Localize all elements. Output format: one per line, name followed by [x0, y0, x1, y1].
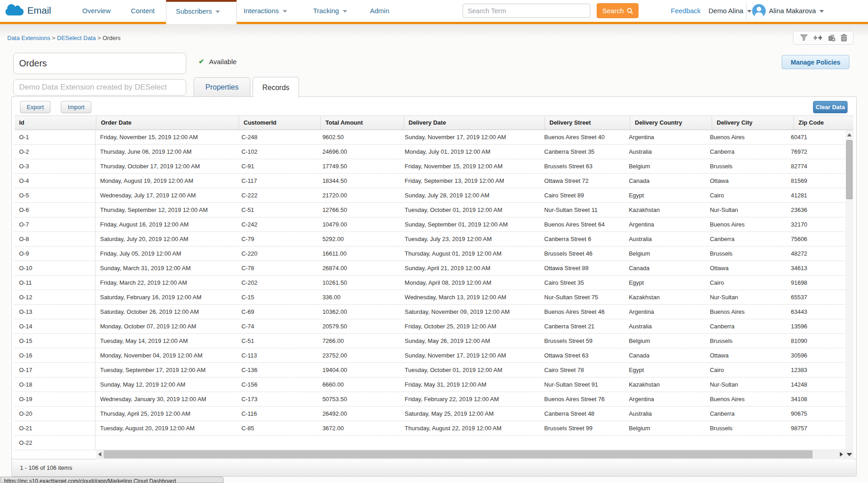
cell: O-7 — [15, 217, 95, 231]
scroll-right-icon[interactable] — [840, 452, 843, 457]
cell: Argentina — [624, 392, 705, 406]
cell: Sunday, July 28, 2019 12:00 AM — [400, 188, 540, 202]
de-name-input[interactable] — [13, 53, 186, 74]
cell: Cairo Street 35 — [540, 276, 624, 290]
breadcrumb-link-deselect-data[interactable]: DESelect Data — [57, 35, 96, 41]
tab-records[interactable]: Records — [253, 77, 299, 98]
cell: 10479.00 — [318, 217, 400, 231]
cell: C-202 — [237, 276, 318, 290]
copy-icon[interactable] — [828, 34, 836, 42]
column-header: Id — [15, 116, 96, 130]
top-nav-bar: Email Overview Content Subscribers Inter… — [0, 0, 868, 22]
cell: 19404.00 — [318, 363, 400, 377]
cell: O-20 — [15, 407, 95, 421]
cell: Buenos Aires — [705, 130, 786, 144]
nav-item-subscribers-label: Subscribers — [176, 7, 220, 15]
cell: O-1 — [15, 130, 95, 144]
table-footer: 1 - 106 of 106 items — [12, 459, 856, 476]
breadcrumb-link-data-extensions[interactable]: Data Extensions — [7, 35, 50, 41]
cell: 76972 — [786, 145, 845, 159]
cell: C-242 — [237, 217, 318, 231]
tab-properties[interactable]: Properties — [194, 77, 250, 97]
horizontal-scrollbar-thumb[interactable] — [104, 450, 813, 458]
clear-data-button[interactable]: Clear Data — [813, 101, 848, 113]
filter-icon[interactable] — [800, 34, 808, 41]
account-dropdown[interactable]: Demo Alina — [708, 7, 752, 15]
cell: Ottawa — [705, 261, 786, 275]
check-icon: ✔ — [199, 57, 205, 65]
search-input[interactable] — [463, 4, 590, 18]
nav-item-subscribers-selected[interactable]: Subscribers — [166, 0, 237, 24]
cell: 81090 — [786, 334, 845, 348]
scroll-down-icon[interactable] — [847, 453, 852, 456]
cell: 21720.00 — [318, 188, 400, 202]
export-button[interactable]: Export — [20, 101, 50, 113]
cell: 13596 — [786, 319, 845, 333]
breadcrumb: Data Extensions > DESelect Data > Orders — [7, 35, 120, 41]
import-button[interactable]: Import — [61, 101, 91, 113]
nav-item-content[interactable]: Content — [131, 7, 155, 15]
cell: Thursday, August 01, 2019 12:00 AM — [400, 247, 540, 261]
cell: Canberra — [705, 407, 786, 421]
chevron-down-icon — [747, 10, 752, 13]
avatar[interactable] — [752, 4, 766, 18]
cell: Cairo — [705, 188, 786, 202]
cell: Nur-Sultan Street 91 — [540, 377, 624, 392]
cell: Monday, August 19, 2019 12:00 AM — [95, 174, 237, 188]
nav-item-admin[interactable]: Admin — [370, 7, 389, 15]
move-icon[interactable] — [813, 35, 823, 41]
search-button[interactable]: Search — [597, 3, 639, 18]
cell: Friday, October 25, 2019 12:00 AM — [400, 319, 540, 333]
scroll-up-icon[interactable] — [847, 133, 852, 136]
cell: Tuesday, October 01, 2019 12:00 AM — [400, 203, 540, 217]
cell: Saturday, February 16, 2019 12:00 AM — [95, 290, 237, 304]
cell: C-222 — [237, 188, 318, 202]
cell: 81569 — [786, 174, 845, 188]
cell: Australia — [624, 319, 705, 333]
cell: Brussels — [705, 421, 786, 435]
cell: 32170 — [786, 217, 845, 231]
cell: Nur-Sultan — [705, 203, 786, 217]
cloud-logo-icon — [5, 8, 24, 15]
feedback-link[interactable]: Feedback — [671, 7, 701, 15]
cell: Buenos Aires Street 40 — [540, 130, 624, 144]
cell: Cairo — [705, 363, 786, 377]
scroll-left-icon[interactable] — [98, 452, 101, 457]
cell: Belgium — [624, 334, 705, 348]
user-menu[interactable]: Alina Makarova — [769, 7, 824, 15]
nav-item-interactions[interactable]: Interactions — [244, 7, 287, 15]
manage-policies-button[interactable]: Manage Policies — [782, 55, 849, 69]
vertical-scrollbar[interactable] — [845, 130, 853, 449]
cell: 20579.50 — [318, 319, 400, 333]
cell: C-117 — [237, 174, 318, 188]
cell: Egypt — [624, 276, 705, 290]
cell: Kazakhstan — [624, 203, 705, 217]
de-description-input[interactable] — [13, 79, 186, 96]
cell: 90675 — [786, 407, 845, 421]
cell: Friday, November 15, 2019 12:00 AM — [400, 159, 540, 173]
cell: O-14 — [15, 319, 95, 333]
cell: 60471 — [786, 130, 845, 144]
cell: Buenos Aires Street 76 — [540, 392, 624, 406]
nav-divider — [746, 2, 747, 20]
cell: Canberra Street 48 — [540, 407, 624, 421]
cell: 48272 — [786, 247, 845, 261]
cell: 34613 — [786, 261, 845, 275]
cell: Sunday, November 17, 2019 12:00 AM — [400, 130, 540, 144]
cell: O-17 — [15, 363, 95, 377]
nav-item-tracking[interactable]: Tracking — [313, 7, 347, 15]
delete-icon[interactable] — [841, 34, 847, 41]
cell: 41281 — [786, 188, 845, 202]
cell: 30596 — [786, 348, 845, 362]
column-header: Order Date — [96, 116, 239, 130]
cell: O-6 — [15, 203, 95, 217]
cell: 75606 — [786, 232, 845, 246]
scrollbar-corner — [845, 449, 853, 459]
cell — [705, 436, 786, 450]
horizontal-scrollbar[interactable] — [96, 449, 845, 459]
cell: O-13 — [15, 305, 95, 319]
vertical-scrollbar-thumb[interactable] — [846, 140, 853, 199]
column-header: Total Amount — [321, 116, 404, 130]
chevron-down-icon — [343, 10, 347, 13]
nav-item-overview[interactable]: Overview — [82, 7, 111, 15]
